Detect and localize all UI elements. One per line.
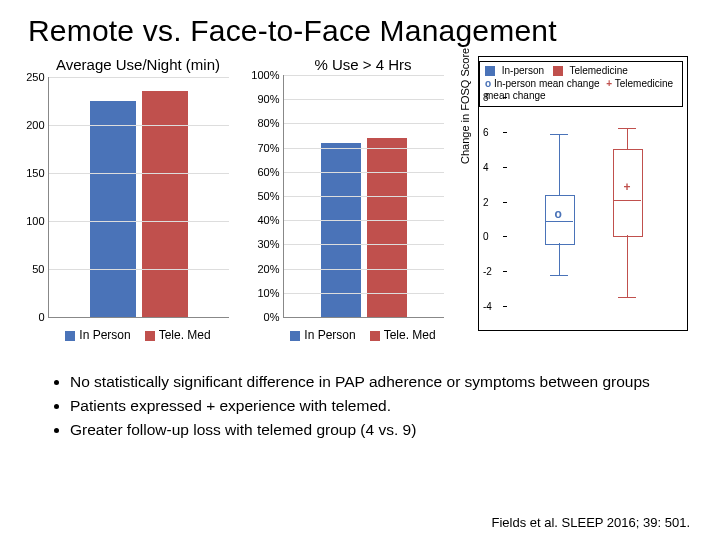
chart-row: Average Use/Night (min) 050100150200250 … — [28, 56, 692, 356]
bullet-list: No statistically significant difference … — [30, 372, 682, 440]
chart-fosq: In-person Telemedicine o In-person mean … — [478, 56, 692, 356]
legend-item-telemed: Tele. Med — [145, 328, 211, 342]
legend-label-inperson-2: In Person — [304, 328, 355, 342]
legend-item-inperson-2: In Person — [290, 328, 355, 342]
mean-symbol-ip: o — [485, 78, 491, 89]
box-legend-ip-label: In-person — [502, 65, 544, 76]
bullet-1: No statistically significant difference … — [70, 372, 682, 392]
swatch-ip — [485, 66, 495, 76]
legend-1: In Person Tele. Med — [28, 328, 248, 342]
citation: Fields et al. SLEEP 2016; 39: 501. — [491, 515, 690, 530]
legend-item-telemed-2: Tele. Med — [370, 328, 436, 342]
legend-2: In Person Tele. Med — [258, 328, 468, 342]
box-ylabel: Change in FOSQ Score — [459, 47, 471, 163]
chart-pct-use: % Use > 4 Hrs 0%10%20%30%40%50%60%70%80%… — [258, 56, 468, 356]
legend-label-inperson: In Person — [79, 328, 130, 342]
bullet-3: Greater follow-up loss with telemed grou… — [70, 420, 682, 440]
swatch-red — [145, 331, 155, 341]
chart-title-2: % Use > 4 Hrs — [258, 56, 468, 73]
swatch-blue — [65, 331, 75, 341]
page-title: Remote vs. Face-to-Face Management — [28, 14, 692, 48]
swatch-red-2 — [370, 331, 380, 341]
swatch-tm — [553, 66, 563, 76]
bar-inperson-2 — [321, 143, 361, 317]
bullet-2: Patients expressed + experience with tel… — [70, 396, 682, 416]
legend-label-telemed-2: Tele. Med — [384, 328, 436, 342]
bar-telemed-2 — [367, 138, 407, 317]
legend-label-telemed: Tele. Med — [159, 328, 211, 342]
mean-symbol-tm: + — [606, 78, 612, 89]
box-legend-tm-label: Telemedicine — [569, 65, 627, 76]
box-plot: In-person Telemedicine o In-person mean … — [478, 56, 688, 331]
chart-avg-use: Average Use/Night (min) 050100150200250 … — [28, 56, 248, 356]
bar-chart-1: 050100150200250 — [48, 77, 229, 318]
bar-chart-2: 0%10%20%30%40%50%60%70%80%90%100% — [283, 75, 444, 318]
box-legend-ip: In-person Telemedicine — [485, 65, 677, 78]
chart-title-1: Average Use/Night (min) — [28, 56, 248, 73]
swatch-blue-2 — [290, 331, 300, 341]
legend-item-inperson: In Person — [65, 328, 130, 342]
bars-1 — [49, 77, 229, 317]
box-legend-ipm-label: In-person mean change — [494, 78, 600, 89]
bar-inperson-1 — [90, 101, 136, 317]
box-plot-area: -4-202468o+ — [507, 97, 679, 306]
